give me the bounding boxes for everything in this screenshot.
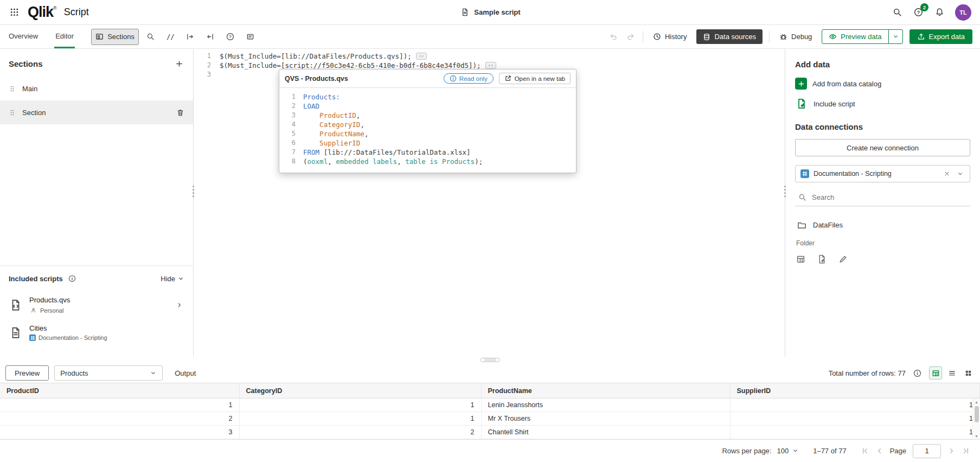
last-page-button[interactable] xyxy=(962,447,970,455)
export-data-button[interactable]: Export data xyxy=(909,29,973,44)
include-script-button[interactable]: Include script xyxy=(795,97,855,110)
clear-connection-button[interactable] xyxy=(943,170,951,177)
table-view-button[interactable] xyxy=(929,366,942,379)
global-search-button[interactable] xyxy=(892,7,903,18)
edit-connection-icon[interactable] xyxy=(837,254,849,265)
create-new-connection-button[interactable]: Create new connection xyxy=(795,139,970,156)
add-from-data-catalog-button[interactable]: Add from data catalog xyxy=(795,78,881,90)
preview-data-dropdown-button[interactable] xyxy=(888,30,902,43)
qvs-preview-popup: QVS - Products.qvs Read only Open in a n… xyxy=(279,69,577,173)
included-script-pill-icon[interactable]: ‹› xyxy=(485,62,496,69)
select-data-icon[interactable] xyxy=(795,254,806,265)
syntax-help-button[interactable] xyxy=(222,29,239,45)
column-header[interactable]: SupplierID xyxy=(730,383,980,398)
debug-button[interactable]: Debug xyxy=(776,30,815,43)
redo-button[interactable] xyxy=(625,31,636,42)
app-launcher-button[interactable] xyxy=(9,7,20,18)
qlik-logo: Qlik® xyxy=(28,5,56,20)
preview-table: ProductID CategoryID ProductName Supplie… xyxy=(0,383,980,439)
sections-toggle-button[interactable]: Sections xyxy=(91,29,139,45)
user-avatar[interactable]: TL xyxy=(955,4,971,21)
drag-handle-icon[interactable] xyxy=(8,108,17,117)
right-panel-resize-handle[interactable] xyxy=(784,186,786,197)
preview-table-select[interactable]: Products xyxy=(54,365,163,381)
notifications-button[interactable] xyxy=(934,7,945,18)
included-script-products[interactable]: Products.qvs Personal xyxy=(0,291,193,319)
table-cell: 1 xyxy=(239,398,481,412)
code-text: ProductName, xyxy=(303,129,368,138)
included-script-pill-icon[interactable]: ‹› xyxy=(416,53,427,60)
drag-handle-icon[interactable] xyxy=(8,84,17,93)
hide-included-scripts-button[interactable]: Hide xyxy=(161,275,184,283)
history-button[interactable]: History xyxy=(650,30,690,43)
preview-data-button[interactable]: Preview data xyxy=(822,30,888,43)
data-sources-button[interactable]: Data sources xyxy=(696,29,763,44)
preview-toolbar-right: Total number of rows: 77 xyxy=(829,366,975,379)
scrollbar-thumb[interactable] xyxy=(975,406,979,422)
help-button[interactable]: 2 xyxy=(913,7,924,18)
output-button[interactable]: Output xyxy=(168,365,202,381)
rows-per-page-select[interactable]: 100 xyxy=(777,447,799,455)
include-script-file-icon[interactable] xyxy=(816,254,828,265)
line-number: 7 xyxy=(279,148,303,157)
datafiles-folder-row[interactable]: DataFiles xyxy=(795,216,970,234)
tab-overview[interactable]: Overview xyxy=(8,25,39,48)
outdent-button[interactable] xyxy=(202,29,219,45)
scroll-up-icon[interactable]: ▲ xyxy=(973,398,980,405)
table-row[interactable]: 11Lenin Jeansshorts1 xyxy=(0,398,980,412)
open-in-new-tab-button[interactable]: Open in a new tab xyxy=(499,73,571,84)
popup-header: QVS - Products.qvs Read only Open in a n… xyxy=(279,69,576,88)
previous-page-button[interactable] xyxy=(875,447,883,455)
search-in-script-button[interactable] xyxy=(142,29,159,45)
comment-button[interactable]: // xyxy=(162,29,178,45)
included-scripts-header: Included scripts Hide xyxy=(0,266,193,291)
table-cell: 1 xyxy=(239,412,481,426)
splitter-drag-handle[interactable] xyxy=(481,358,500,362)
chevron-right-icon[interactable] xyxy=(175,300,184,310)
line-number: 6 xyxy=(279,138,303,148)
grid-view-button[interactable] xyxy=(962,366,975,379)
tab-editor[interactable]: Editor xyxy=(54,25,75,48)
top-bar: Qlik® Script Sample script 2 TL xyxy=(0,0,980,25)
connection-dropdown-icon[interactable] xyxy=(956,170,965,178)
column-header[interactable]: ProductName xyxy=(481,383,730,398)
script-editor[interactable]: 1$(Must_Include=[lib://DataFiles/Product… xyxy=(194,49,785,357)
next-page-button[interactable] xyxy=(947,447,956,455)
panel-splitter xyxy=(0,357,980,363)
view-toggle-group xyxy=(929,366,975,379)
add-data-panel: Add data Add from data catalog Include s… xyxy=(785,49,980,357)
sections-toggle-label: Sections xyxy=(107,33,134,41)
document-title-group[interactable]: Sample script xyxy=(459,7,520,17)
table-row[interactable]: 32Chantell Shirt1 xyxy=(0,426,980,439)
add-section-button[interactable] xyxy=(174,59,184,69)
edit-tools-group: Sections // xyxy=(91,25,259,48)
indent-button[interactable] xyxy=(182,29,198,45)
undo-button[interactable] xyxy=(608,31,619,42)
included-script-cities[interactable]: Cities Documentation - Scripting xyxy=(0,319,193,346)
comment-icon: // xyxy=(166,33,174,41)
connection-search-input[interactable] xyxy=(812,193,968,201)
rows-info-icon[interactable] xyxy=(912,368,923,378)
sidebar-item-main[interactable]: Main xyxy=(0,77,193,100)
sidebar-resize-handle[interactable] xyxy=(192,186,195,197)
column-header[interactable]: ProductID xyxy=(0,383,239,398)
sidebar-item-section[interactable]: Section xyxy=(0,100,193,124)
connection-icon xyxy=(800,169,809,178)
data-sources-label: Data sources xyxy=(714,33,756,41)
editor-toolbar: Overview Editor Sections // History Data… xyxy=(0,25,980,49)
scroll-down-icon[interactable]: ▼ xyxy=(973,433,980,439)
included-script-badge-label: Personal xyxy=(40,307,63,314)
delete-section-button[interactable] xyxy=(175,107,185,118)
list-view-button[interactable] xyxy=(945,366,958,379)
first-page-button[interactable] xyxy=(861,447,869,455)
page-number-input[interactable] xyxy=(913,444,941,458)
table-scrollbar[interactable]: ▲ ▼ xyxy=(972,398,980,439)
preview-data-label: Preview data xyxy=(841,33,881,41)
popup-title: QVS - Products.qvs xyxy=(285,75,348,83)
included-scripts-info-icon[interactable] xyxy=(67,274,77,283)
preview-button[interactable]: Preview xyxy=(5,365,49,381)
column-header[interactable]: CategoryID xyxy=(239,383,481,398)
connection-select[interactable]: Documentation - Scripting xyxy=(795,165,970,182)
annotations-button[interactable] xyxy=(242,29,259,45)
table-row[interactable]: 21Mr X Trousers1 xyxy=(0,412,980,426)
